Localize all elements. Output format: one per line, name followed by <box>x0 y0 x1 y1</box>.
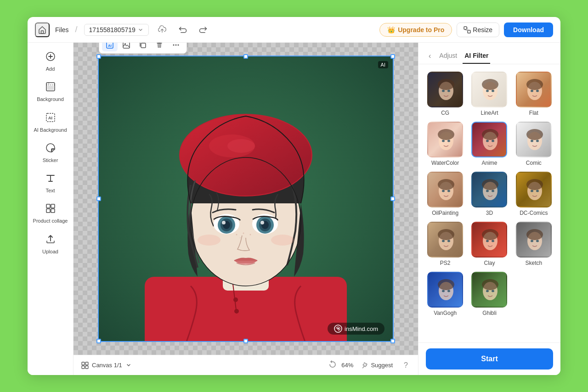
svg-rect-56 <box>85 366 88 369</box>
tab-adjust[interactable]: Adjust <box>437 48 459 64</box>
svg-point-126 <box>492 290 494 292</box>
svg-point-44 <box>198 235 220 246</box>
svg-rect-16 <box>141 43 146 48</box>
duplicate-button[interactable] <box>135 43 151 51</box>
filter-item-clay[interactable]: Clay <box>470 222 509 266</box>
sidebar-item-sticker-label: Sticker <box>43 157 58 163</box>
filter-item-dccomics[interactable]: DC-Comics <box>514 172 553 216</box>
svg-point-91 <box>447 190 450 192</box>
download-button[interactable]: Download <box>504 22 553 37</box>
handle-top-center[interactable] <box>243 54 248 59</box>
svg-point-19 <box>178 45 179 46</box>
files-nav[interactable]: Files <box>55 26 69 34</box>
filter-item-ps2[interactable]: PS2 <box>426 222 464 266</box>
svg-point-65 <box>486 90 489 92</box>
filter-item-ghibli[interactable]: Ghibli <box>470 272 509 316</box>
svg-point-38 <box>222 221 226 224</box>
handle-top-right[interactable] <box>390 54 395 59</box>
filter-item-vangogh[interactable]: VanGogh <box>426 272 464 316</box>
sidebar-item-product-collage[interactable]: Product collage <box>28 198 73 229</box>
filter-label-dccomics: DC-Comics <box>520 210 548 216</box>
filter-item-watercolor[interactable]: WaterColor <box>426 122 464 166</box>
handle-top-left[interactable] <box>96 54 101 59</box>
sidebar-item-text-label: Text <box>45 187 55 194</box>
filter-label-3d: 3D <box>486 210 493 216</box>
svg-point-116 <box>536 240 539 242</box>
svg-point-84 <box>526 129 543 140</box>
handle-bottom-left[interactable] <box>96 339 101 343</box>
undo-button[interactable] <box>175 23 190 36</box>
svg-point-119 <box>438 279 454 290</box>
breadcrumb-sep: / <box>75 25 78 34</box>
svg-point-106 <box>447 240 450 242</box>
sidebar-item-background[interactable]: Background <box>28 77 73 107</box>
svg-rect-9 <box>51 204 55 208</box>
filter-label-flat: Flat <box>529 110 538 116</box>
svg-rect-5 <box>47 86 54 90</box>
more-options-button[interactable] <box>168 43 184 51</box>
svg-point-124 <box>482 279 498 290</box>
sidebar-item-add-label: Add <box>46 66 55 72</box>
svg-point-104 <box>438 229 454 240</box>
redo-button[interactable] <box>196 23 210 36</box>
canvas-image-wrapper[interactable]: AI New <box>98 56 394 342</box>
svg-point-18 <box>175 45 177 46</box>
cloud-sync-button[interactable] <box>154 23 170 37</box>
canvas-content[interactable]: AI New <box>74 43 418 355</box>
svg-point-114 <box>526 229 543 240</box>
resize-button[interactable]: Resize <box>457 22 499 37</box>
svg-point-96 <box>492 190 494 192</box>
svg-point-85 <box>531 140 533 142</box>
sidebar-item-ai-background[interactable]: AI AI Background <box>28 107 73 138</box>
filter-item-cg[interactable]: CG <box>426 72 464 116</box>
refresh-button[interactable] <box>328 360 337 370</box>
sidebar-item-ai-background-label: AI Background <box>34 127 67 133</box>
sidebar-item-upload-label: Upload <box>42 248 58 255</box>
svg-point-81 <box>492 140 494 142</box>
filter-item-oilpainting[interactable]: OilPainting <box>426 172 464 216</box>
image-tool-button[interactable] <box>119 43 134 51</box>
filter-label-ps2: PS2 <box>440 260 451 266</box>
start-button[interactable]: Start <box>426 348 553 370</box>
tab-ai-filter[interactable]: AI Filter <box>463 48 490 64</box>
sidebar-item-add[interactable]: Add <box>28 46 73 77</box>
svg-rect-53 <box>82 362 85 365</box>
filter-label-oilpainting: OilPainting <box>432 210 458 216</box>
sidebar-item-upload[interactable]: Upload <box>28 229 73 259</box>
svg-point-110 <box>486 240 489 242</box>
svg-point-125 <box>486 290 489 292</box>
help-button[interactable]: ? <box>401 360 411 370</box>
sidebar-item-sticker[interactable]: Sticker <box>28 138 73 168</box>
svg-point-45 <box>271 235 294 246</box>
filter-item-flat[interactable]: Flat <box>514 72 553 116</box>
delete-button[interactable] <box>152 43 167 51</box>
sidebar-item-text[interactable]: Text <box>28 168 73 198</box>
filter-item-lineart[interactable]: LineArt <box>470 72 509 116</box>
panel-back-button[interactable]: ‹ <box>426 51 434 61</box>
upgrade-button[interactable]: 👑 Upgrade to Pro <box>379 23 452 37</box>
filter-item-sketch[interactable]: Sketch <box>514 222 553 266</box>
filter-label-sketch: Sketch <box>525 260 542 266</box>
floating-toolbar: AI New <box>99 43 187 54</box>
home-button[interactable] <box>35 22 50 37</box>
handle-middle-right[interactable] <box>390 196 395 201</box>
handle-bottom-right[interactable] <box>390 339 395 343</box>
svg-rect-0 <box>41 31 44 34</box>
right-panel: ‹ Adjust AI Filter CG LineArt Flat <box>418 43 560 375</box>
svg-point-17 <box>173 45 175 46</box>
svg-point-46 <box>236 234 237 235</box>
ai-tool-button[interactable]: AI New <box>102 43 118 51</box>
handle-middle-left[interactable] <box>96 196 101 201</box>
svg-text:AI: AI <box>48 116 52 120</box>
svg-point-95 <box>486 190 489 192</box>
filter-label-ghibli: Ghibli <box>482 310 497 316</box>
suggest-button[interactable]: Suggest <box>358 360 396 371</box>
background-icon <box>45 81 56 94</box>
filter-label-comic: Comic <box>526 160 542 166</box>
bottom-bar: Canvas 1/1 64% Suggest ? <box>74 355 418 375</box>
filename-display[interactable]: 1715581805719 <box>84 24 149 36</box>
filter-item-anime[interactable]: Anime <box>470 122 509 166</box>
filter-item-comic[interactable]: Comic <box>514 122 553 166</box>
filter-item-3d[interactable]: 3D <box>470 172 509 216</box>
handle-bottom-center[interactable] <box>243 339 248 343</box>
